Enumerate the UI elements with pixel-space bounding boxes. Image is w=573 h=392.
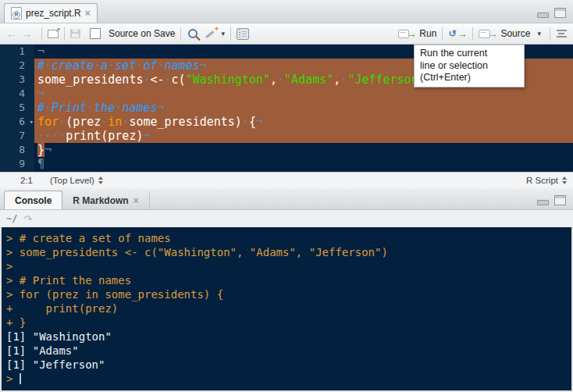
console-input-text: > # Print the names <box>6 274 131 287</box>
tooltip-line: (Ctrl+Enter) <box>420 72 518 84</box>
tab-console[interactable]: Console <box>4 191 62 209</box>
file-type-selector[interactable]: R Script <box>526 176 567 185</box>
tab-prez-script[interactable]: R prez_script.R × <box>4 3 98 23</box>
code-token: ¶ <box>37 157 44 171</box>
code-token: · <box>143 73 150 87</box>
line-number: 8 <box>0 143 34 157</box>
rerun-icon: ↺ <box>448 28 456 39</box>
r-file-icon: R <box>11 7 22 20</box>
code-token: · <box>59 115 66 129</box>
separator <box>472 27 473 41</box>
console-line: > <box>6 259 571 273</box>
run-button[interactable]: → Run <box>398 28 436 40</box>
file-type-label: R Script <box>526 176 558 185</box>
magic-wand-icon[interactable]: ✦ <box>207 28 219 39</box>
working-directory: ~/ <box>6 213 17 224</box>
editor-line: 4¬ <box>0 87 573 101</box>
code-token: in <box>108 115 122 129</box>
console-input-text: > for (prez in some_presidents) { <box>6 288 223 301</box>
console-line: > # Print the names <box>6 273 571 287</box>
code-line[interactable]: ¬ <box>34 87 573 101</box>
scope-label: (Top Level) <box>50 176 94 185</box>
console-input-text: > some_presidents <- c("Washington", "Ad… <box>6 246 388 258</box>
pane-window-buttons <box>537 0 573 23</box>
tab-r-markdown[interactable]: R Markdown × <box>62 191 149 209</box>
code-line[interactable]: ····print(prez)¬ <box>34 129 573 143</box>
line-number: 4 <box>0 87 34 101</box>
code-line[interactable]: for·(prez·in·some_presidents)·{¬ <box>34 115 573 129</box>
fold-arrow-icon[interactable]: ▾ <box>30 115 34 129</box>
console-line: [1] "Adams" <box>6 344 571 358</box>
console-input-text: + print(prez) <box>6 302 118 315</box>
code-token: # <box>37 101 44 115</box>
console-line: > <box>6 372 571 386</box>
updown-icon <box>98 176 103 184</box>
code-editor[interactable]: 1¬2#·create·a·set·of·names¬3some_preside… <box>0 45 573 172</box>
console-line: > for (prez in some_presidents) { <box>6 287 571 301</box>
code-token: · <box>94 59 101 73</box>
code-token: a <box>101 59 108 73</box>
editor-line: 5#·Print·the·names¬ <box>0 101 573 115</box>
minimize-icon[interactable] <box>537 200 549 205</box>
run-tooltip: Run the current line or selection (Ctrl+… <box>414 45 525 87</box>
r-markdown-tab-label: R Markdown <box>73 195 128 206</box>
working-directory-bar: ~/ ↷ <box>0 210 573 228</box>
maximize-icon[interactable] <box>554 8 566 18</box>
line-number: 9 <box>0 157 34 171</box>
source-on-save-toggle[interactable]: Source on Save <box>90 28 175 39</box>
source-on-save-label: Source on Save <box>109 28 175 39</box>
console-output-text: [1] "Washington" <box>6 330 112 343</box>
console-output[interactable]: > # create a set of names> some_presiden… <box>2 227 571 390</box>
console-cursor <box>20 373 21 384</box>
forward-icon[interactable]: → <box>21 27 32 40</box>
console-tab-label: Console <box>15 195 52 206</box>
separator <box>442 27 443 41</box>
code-token: names <box>122 101 157 115</box>
source-on-save-checkbox[interactable] <box>90 28 101 39</box>
rerun-button[interactable]: ↺→ <box>448 28 467 40</box>
source-button[interactable]: → Source <box>479 28 530 40</box>
close-icon[interactable]: × <box>85 9 91 18</box>
console-output-text: [1] "Adams" <box>6 344 79 357</box>
run-label: Run <box>419 28 436 39</box>
scope-selector[interactable]: (Top Level) <box>50 176 103 185</box>
search-icon[interactable] <box>188 29 198 38</box>
popout-icon[interactable]: ↗ <box>48 30 59 38</box>
code-token: the <box>94 101 115 115</box>
code-token: · <box>242 115 249 129</box>
compile-notebook-icon[interactable] <box>237 28 249 40</box>
goto-directory-icon[interactable]: ↷ <box>23 213 32 225</box>
code-token: <- <box>151 73 165 87</box>
separator <box>64 27 65 41</box>
source-dropdown-caret[interactable]: ▾ <box>537 30 541 37</box>
code-token: · <box>101 115 108 129</box>
code-token: ···· <box>37 129 66 143</box>
code-token: some_presidents) <box>129 115 242 129</box>
code-token: , <box>333 73 340 87</box>
run-icon <box>398 30 409 38</box>
console-line: + } <box>6 315 571 330</box>
minimize-icon[interactable] <box>537 12 549 18</box>
outline-icon[interactable] <box>556 28 567 39</box>
save-icon[interactable] <box>70 29 80 38</box>
code-line[interactable]: #·Print·the·names¬ <box>34 101 573 115</box>
code-token: set <box>115 59 136 73</box>
code-token: of <box>143 59 157 73</box>
code-line[interactable]: ¶ <box>34 157 573 171</box>
line-number: 1 <box>0 45 34 59</box>
console-line: [1] "Jefferson" <box>6 358 571 372</box>
maximize-icon[interactable] <box>554 195 566 205</box>
code-line[interactable]: }¬ <box>34 143 573 157</box>
separator <box>550 27 550 41</box>
close-icon[interactable]: × <box>133 196 139 205</box>
code-token: } <box>37 143 44 157</box>
wand-dropdown-caret[interactable]: ▾ <box>221 30 225 37</box>
separator <box>41 27 42 41</box>
code-token: ¬ <box>37 87 44 101</box>
back-icon[interactable]: ← <box>6 27 17 40</box>
code-token: (prez <box>66 115 101 129</box>
tooltip-line: Run the current <box>420 48 518 60</box>
source-pane: R prez_script.R × ← → ↗ Source on Save ✦ <box>0 0 573 187</box>
code-token: ¬ <box>37 45 44 59</box>
rstudio-window: R prez_script.R × ← → ↗ Source on Save ✦ <box>0 0 573 392</box>
